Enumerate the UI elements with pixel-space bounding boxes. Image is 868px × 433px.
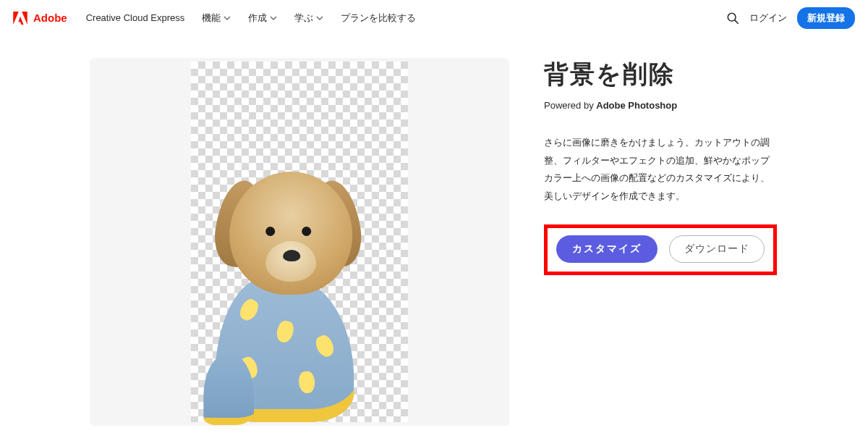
nav-create[interactable]: 作成 <box>248 12 277 25</box>
preview-transparent-canvas <box>191 62 408 422</box>
nav-label: 機能 <box>202 12 221 25</box>
search-icon[interactable] <box>726 12 739 25</box>
nav-label: Creative Cloud Express <box>86 12 185 23</box>
adobe-logo-icon <box>13 12 27 25</box>
header: Adobe Creative Cloud Express 機能 作成 学ぶ プラ… <box>0 0 868 36</box>
svg-line-1 <box>735 20 738 22</box>
description-text: さらに画像に磨きをかけましょう。カットアウトの調整、フィルターやエフェクトの追加… <box>544 134 778 206</box>
nav-creative-cloud-express[interactable]: Creative Cloud Express <box>86 12 185 23</box>
powered-by-prefix: Powered by <box>544 100 596 111</box>
actions-row: カスタマイズ ダウンロード <box>556 235 765 263</box>
header-right: ログイン 新規登録 <box>726 7 855 29</box>
chevron-down-icon <box>270 14 277 22</box>
adobe-brand-text: Adobe <box>33 12 67 24</box>
nav-label: 作成 <box>248 12 267 25</box>
chevron-down-icon <box>316 14 323 22</box>
nav-label: プランを比較する <box>341 12 416 25</box>
customize-button[interactable]: カスタマイズ <box>556 235 658 263</box>
actions-highlight-box: カスタマイズ ダウンロード <box>544 224 777 275</box>
page-title: 背景を削除 <box>544 58 778 91</box>
info-panel: 背景を削除 Powered by Adobe Photoshop さらに画像に磨… <box>544 58 778 275</box>
powered-by-product: Adobe Photoshop <box>596 100 677 111</box>
chevron-down-icon <box>224 14 231 22</box>
preview-card <box>90 58 509 426</box>
header-left: Adobe Creative Cloud Express 機能 作成 学ぶ プラ… <box>13 12 416 25</box>
nav-compare-plans[interactable]: プランを比較する <box>341 12 416 25</box>
nav-learn[interactable]: 学ぶ <box>294 12 323 25</box>
main: 背景を削除 Powered by Adobe Photoshop さらに画像に磨… <box>0 36 868 426</box>
download-button[interactable]: ダウンロード <box>669 235 765 263</box>
signup-button[interactable]: 新規登録 <box>797 7 855 29</box>
nav-label: 学ぶ <box>294 12 313 25</box>
nav: Creative Cloud Express 機能 作成 学ぶ プランを比較する <box>86 12 417 25</box>
nav-features[interactable]: 機能 <box>202 12 231 25</box>
powered-by-line: Powered by Adobe Photoshop <box>544 100 778 111</box>
adobe-logo-wrap[interactable]: Adobe <box>13 12 67 25</box>
login-link[interactable]: ログイン <box>749 12 787 25</box>
cutout-dog-image <box>190 161 378 422</box>
